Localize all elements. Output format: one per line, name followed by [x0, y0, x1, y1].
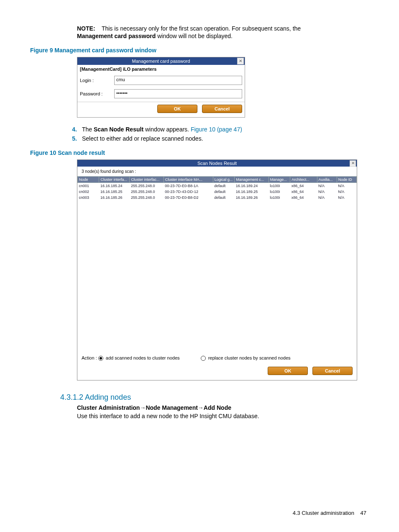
table-row[interactable]: cn00316.16.185.26255.255.248.000-23-7D-E…: [78, 195, 357, 200]
note-text-1: This is necessary only for the first sca…: [102, 25, 301, 32]
ilo-params-title: [ManagementCard] iLO parameters: [77, 65, 245, 75]
table-row[interactable]: cn00216.16.185.25255.255.248.000-23-7D-4…: [78, 189, 357, 195]
column-header[interactable]: Node: [78, 177, 99, 183]
column-header[interactable]: Manage...: [269, 177, 290, 183]
column-header[interactable]: Cluster interface MA...: [164, 177, 213, 183]
step-4-body: The Scan Node Result window appears. Fig…: [82, 126, 369, 133]
column-header[interactable]: Logical g...: [213, 177, 234, 183]
column-header[interactable]: Cluster interfac...: [130, 177, 164, 183]
note-line-2: Management card password window will not…: [77, 33, 369, 39]
login-input[interactable]: cmu: [114, 76, 242, 85]
column-header[interactable]: Auxilia...: [317, 177, 337, 183]
figure-9-caption: Figure 9 Management card password window: [30, 47, 369, 54]
action-option-replace[interactable]: replace cluster nodes by scanned nodes: [201, 355, 291, 361]
radio-replace-icon[interactable]: [201, 356, 206, 361]
scan-nodes-result-window: Scan Nodes Result ✕ 3 node(s) found duri…: [77, 159, 357, 380]
note-label: NOTE:: [77, 25, 95, 32]
section-heading: 4.3.1.2 Adding nodes: [60, 393, 369, 402]
note-paragraph: NOTE: This is necessary only for the fir…: [77, 25, 369, 32]
column-header[interactable]: Node ID: [337, 177, 356, 183]
column-header[interactable]: Architect...: [290, 177, 317, 183]
figure-10-link[interactable]: Figure 10 (page 47): [191, 126, 242, 133]
ok-button[interactable]: OK: [268, 367, 308, 375]
column-header[interactable]: Management c...: [235, 177, 269, 183]
fig10-title: Scan Nodes Result: [197, 161, 237, 166]
fig9-title: Management card password: [132, 59, 190, 64]
cancel-button[interactable]: Cancel: [312, 367, 353, 375]
section-body: Use this interface to add a new node to …: [77, 413, 369, 419]
scan-result-table: NodeCluster interfa...Cluster interfac..…: [77, 176, 357, 200]
column-header[interactable]: Cluster interfa...: [99, 177, 130, 183]
nodes-found-label: 3 node(s) found during scan :: [77, 167, 357, 176]
step-5-body: Select to either add or replace scanned …: [82, 135, 369, 142]
step-5-number: 5.: [60, 135, 82, 142]
breadcrumb: Cluster Administration→Node Management→A…: [77, 404, 369, 411]
ok-button[interactable]: OK: [157, 105, 197, 113]
close-icon[interactable]: ✕: [350, 160, 356, 167]
password-label: Password :: [80, 91, 114, 96]
login-label: Login :: [80, 78, 114, 83]
close-icon[interactable]: ✕: [237, 58, 244, 64]
radio-add-icon[interactable]: [98, 356, 103, 361]
fig9-titlebar: Management card password ✕: [77, 57, 245, 65]
step-4-number: 4.: [60, 126, 82, 133]
action-option-add[interactable]: Action : add scanned nodes to cluster no…: [82, 355, 180, 361]
note-bold: Management card password: [77, 33, 156, 39]
figure-10-caption: Figure 10 Scan node result: [30, 149, 369, 156]
table-row[interactable]: cn00116.16.185.24255.255.248.000-23-7D-E…: [78, 183, 357, 189]
password-input[interactable]: •••••••: [114, 89, 242, 98]
management-card-password-window: Management card password ✕ [ManagementCa…: [77, 57, 245, 118]
cancel-button[interactable]: Cancel: [202, 105, 242, 113]
fig10-titlebar: Scan Nodes Result ✕: [77, 160, 357, 167]
note-rest: window will not be displayed.: [156, 33, 233, 39]
